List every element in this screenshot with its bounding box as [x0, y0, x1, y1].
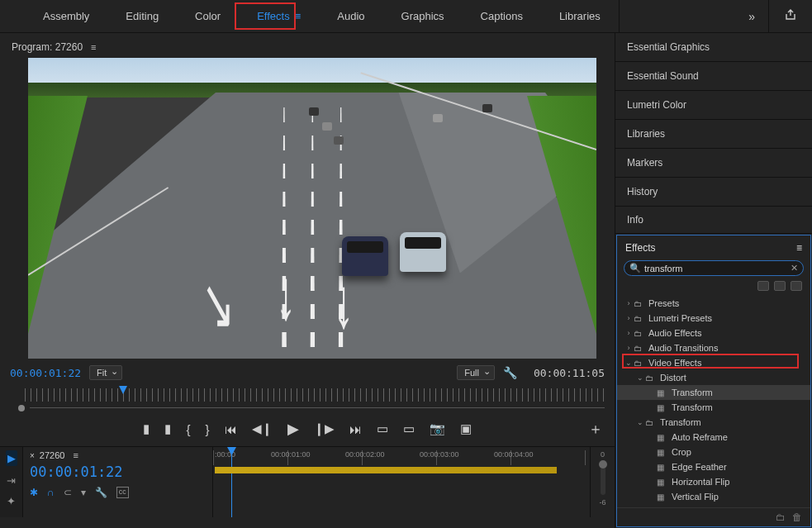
- settings-wrench-icon[interactable]: 🔧: [503, 366, 517, 379]
- share-icon[interactable]: [769, 8, 812, 25]
- workspace-tab-audio[interactable]: Audio: [319, 0, 382, 33]
- workspace-tab-captions[interactable]: Captions: [463, 0, 541, 33]
- effect-icon: ▦: [657, 403, 668, 412]
- workspace-tab-editing[interactable]: Editing: [107, 0, 177, 33]
- chevron-right-icon[interactable]: ›: [624, 329, 634, 337]
- effects-folder[interactable]: ⌄🗀Distort: [617, 370, 810, 385]
- tree-item-label: Crop: [672, 447, 691, 457]
- playhead-icon[interactable]: [119, 386, 127, 394]
- sequence-tab[interactable]: × 27260 ≡: [30, 450, 206, 460]
- timeline-ruler[interactable]: :00:00 00:00:01:00 00:00:02:00 00:00:03:…: [213, 450, 590, 465]
- program-time-ruler[interactable]: [25, 388, 605, 402]
- effects-search-input[interactable]: 🔍 transform ✕: [624, 260, 804, 276]
- tree-item-label: Auto Reframe: [672, 432, 728, 442]
- delete-icon[interactable]: 🗑: [792, 511, 802, 523]
- chevron-right-icon[interactable]: ›: [624, 299, 634, 307]
- panel-tab-essential-graphics[interactable]: Essential Graphics: [615, 33, 812, 62]
- 32bit-badge-icon[interactable]: [774, 281, 786, 291]
- workspace-tab-assembly[interactable]: Assembly: [25, 0, 107, 33]
- effects-item[interactable]: ▦Transform: [617, 400, 810, 415]
- frame-forward-button[interactable]: ❙▶: [314, 421, 335, 436]
- lift-button[interactable]: ▭: [377, 421, 388, 436]
- snap-icon[interactable]: ✱: [30, 487, 38, 498]
- program-scrub-bar[interactable]: [25, 405, 605, 410]
- chevron-right-icon[interactable]: ›: [624, 314, 634, 322]
- tab-menu-icon[interactable]: ≡: [295, 10, 302, 22]
- mark-out-button[interactable]: ▮: [164, 421, 171, 436]
- effects-folder[interactable]: ›🗀Audio Effects: [617, 326, 810, 340]
- extract-button[interactable]: ▭: [403, 421, 415, 436]
- zoom-dropdown[interactable]: Fit: [89, 365, 122, 380]
- caption-track-icon[interactable]: cc: [116, 487, 129, 498]
- panel-tab-libraries[interactable]: Libraries: [615, 120, 812, 149]
- panel-menu-icon[interactable]: ≡: [73, 450, 78, 460]
- step-forward-button[interactable]: ⏭: [349, 422, 362, 436]
- timeline-tracks[interactable]: :00:00 00:00:01:00 00:00:02:00 00:00:03:…: [213, 447, 590, 517]
- effects-folder[interactable]: ›🗀Audio Transitions: [617, 340, 810, 355]
- effects-item[interactable]: ▦Crop: [617, 445, 810, 459]
- chevron-down-icon[interactable]: ⌄: [624, 359, 634, 367]
- folder-icon: 🗀: [634, 314, 645, 323]
- panel-tab-markers[interactable]: Markers: [615, 149, 812, 178]
- comparison-view-button[interactable]: ▣: [460, 421, 472, 436]
- resolution-dropdown[interactable]: Full: [457, 365, 495, 380]
- tree-item-label: Audio Transitions: [648, 343, 718, 353]
- effects-item[interactable]: ▦Horizontal Flip: [617, 474, 810, 489]
- marker-icon[interactable]: ▾: [81, 487, 86, 498]
- new-bin-icon[interactable]: 🗀: [776, 511, 786, 523]
- clear-search-icon[interactable]: ✕: [791, 263, 798, 274]
- program-monitor-video[interactable]: ↘↓↓: [28, 58, 596, 359]
- program-current-timecode[interactable]: 00:00:01:22: [10, 367, 81, 379]
- linked-selection-icon[interactable]: ⊂: [64, 487, 72, 498]
- workspace-tab-graphics[interactable]: Graphics: [383, 0, 463, 33]
- effects-folder[interactable]: ⌄🗀Transform: [617, 415, 810, 430]
- panel-menu-icon[interactable]: ≡: [796, 242, 802, 254]
- chevron-down-icon[interactable]: ⌄: [635, 418, 645, 426]
- workspace-tab-libraries[interactable]: Libraries: [541, 0, 619, 33]
- export-frame-button[interactable]: 📷: [430, 421, 445, 436]
- workspace-tab-effects[interactable]: Effects≡: [239, 0, 319, 33]
- effects-item[interactable]: ▦Transform: [617, 385, 810, 400]
- magnet-icon[interactable]: ∩: [47, 487, 55, 498]
- folder-icon: 🗀: [645, 418, 657, 427]
- panel-tab-essential-sound[interactable]: Essential Sound: [615, 62, 812, 91]
- go-to-out-button[interactable]: }: [206, 422, 210, 436]
- timeline-clip[interactable]: [215, 467, 557, 473]
- track-select-tool-icon[interactable]: ⇥: [7, 474, 16, 487]
- workspace-tab-color[interactable]: Color: [177, 0, 239, 33]
- frame-back-button[interactable]: ◀❙: [252, 421, 273, 436]
- timeline-zoom[interactable]: 0 -6: [590, 447, 615, 517]
- tree-item-label: Edge Feather: [672, 462, 727, 472]
- mark-in-button[interactable]: ▮: [143, 421, 150, 436]
- workspace-overflow-button[interactable]: »: [735, 10, 768, 23]
- tree-item-label: Video Effects: [648, 358, 701, 368]
- effects-folder[interactable]: ›🗀Lumetri Presets: [617, 311, 810, 326]
- effects-item[interactable]: ▦Auto Reframe: [617, 430, 810, 445]
- effects-folder[interactable]: ›🗀Presets: [617, 296, 810, 311]
- accelerated-badge-icon[interactable]: [757, 281, 769, 291]
- panel-tab-info[interactable]: Info: [615, 207, 812, 234]
- panel-tab-history[interactable]: History: [615, 178, 812, 207]
- timeline-current-timecode[interactable]: 00:00:01:22: [30, 464, 206, 480]
- go-to-in-button[interactable]: {: [186, 422, 190, 436]
- tree-item-label: Transform: [672, 388, 713, 397]
- chevron-right-icon[interactable]: ›: [624, 344, 634, 352]
- ripple-tool-icon[interactable]: ✦: [7, 495, 16, 507]
- close-icon[interactable]: ×: [30, 451, 35, 460]
- transport-controls: ▮ ▮ { } ⏮ ◀❙ ▶ ❙▶ ⏭ ▭ ▭ 📷 ▣ ＋: [0, 415, 615, 446]
- effects-folder[interactable]: ⌄🗀Video Effects: [617, 355, 810, 370]
- panel-menu-icon[interactable]: ≡: [91, 42, 96, 52]
- settings-wrench-icon[interactable]: 🔧: [95, 487, 107, 498]
- chevron-down-icon[interactable]: ⌄: [635, 373, 645, 382]
- effects-item[interactable]: ▦Vertical Flip: [617, 489, 810, 504]
- yuv-badge-icon[interactable]: [791, 281, 802, 291]
- panel-tab-lumetri-color[interactable]: Lumetri Color: [615, 91, 812, 120]
- step-back-button[interactable]: ⏮: [225, 422, 237, 436]
- play-button[interactable]: ▶: [287, 420, 299, 438]
- program-monitor-header: Program: 27260 ≡: [0, 33, 615, 58]
- search-value: transform: [644, 264, 791, 274]
- effects-item[interactable]: ▦Edge Feather: [617, 459, 810, 474]
- search-icon: 🔍: [629, 263, 641, 274]
- selection-tool-icon[interactable]: ▶: [6, 450, 17, 466]
- button-editor-plus-icon[interactable]: ＋: [588, 419, 603, 439]
